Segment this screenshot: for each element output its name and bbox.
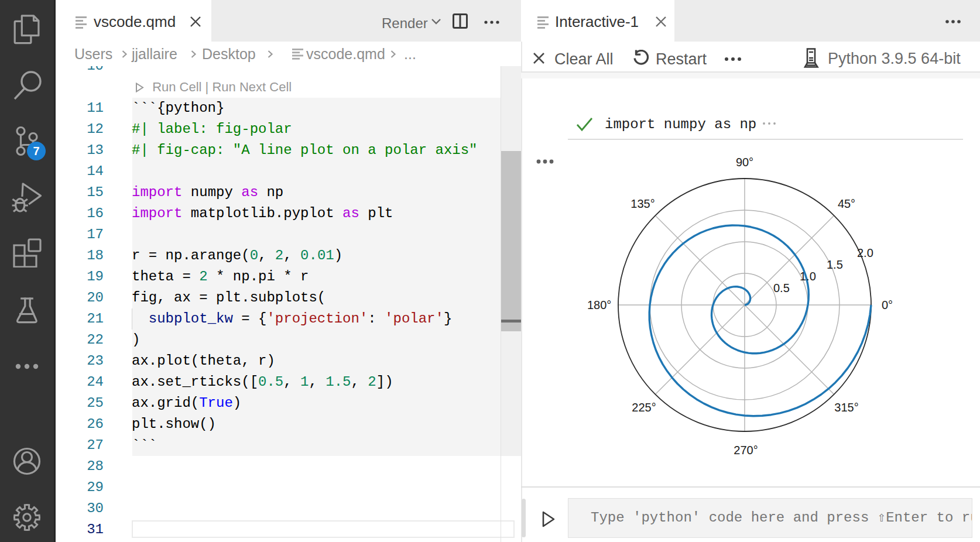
svg-text:315°: 315° [834, 401, 858, 414]
svg-text:0°: 0° [882, 299, 893, 311]
svg-text:45°: 45° [838, 197, 855, 210]
svg-text:1.0: 1.0 [800, 270, 816, 283]
svg-text:2.0: 2.0 [857, 246, 873, 259]
svg-text:225°: 225° [632, 401, 656, 414]
svg-text:180°: 180° [587, 299, 611, 311]
svg-text:0.5: 0.5 [773, 282, 790, 294]
svg-text:90°: 90° [736, 156, 753, 169]
svg-text:1.5: 1.5 [827, 258, 843, 271]
svg-text:135°: 135° [631, 197, 655, 210]
svg-text:270°: 270° [734, 444, 758, 457]
svg-text:7: 7 [33, 145, 39, 157]
